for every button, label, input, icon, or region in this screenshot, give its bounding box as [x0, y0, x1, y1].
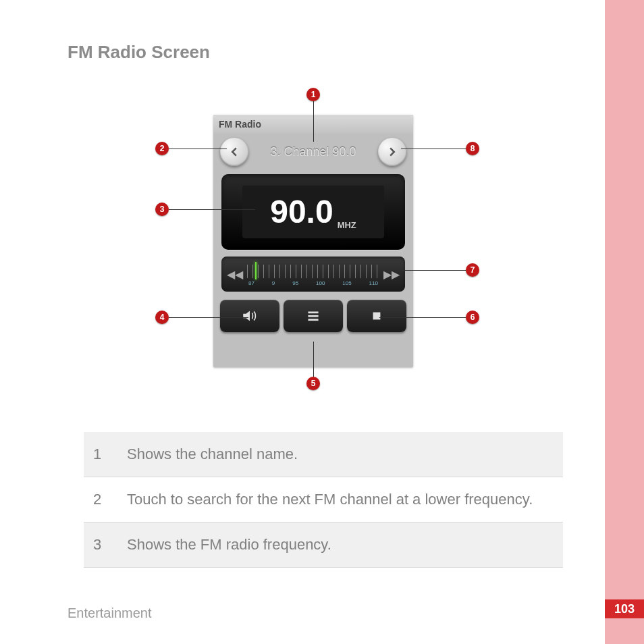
seek-forward-icon[interactable]: ▶▶: [383, 268, 400, 281]
tick-label: 100: [316, 280, 325, 286]
diagram-area: FM Radio 3. Channel 90.0 90.0 MHZ ◀◀ 87: [68, 74, 567, 398]
callout-1: 1: [306, 88, 320, 101]
callout-5: 5: [306, 377, 320, 390]
desc-num: 2: [84, 477, 117, 522]
frequency-display: 90.0 MHZ: [242, 186, 384, 238]
frequency-value: 90.0: [270, 186, 333, 238]
tick-label: 9: [272, 280, 275, 286]
callout-4: 4: [155, 311, 169, 324]
channel-name: 3. Channel 90.0: [270, 145, 356, 159]
tick-labels: 87 9 95 100 105 110: [247, 280, 379, 286]
callout-7: 7: [466, 263, 479, 277]
tick-label: 110: [369, 280, 378, 286]
button-row: [220, 300, 406, 332]
callout-7-leader: [401, 270, 466, 271]
table-row: 1 Shows the channel name.: [84, 432, 563, 477]
tick-label: 105: [342, 280, 351, 286]
callout-1-leader: [313, 101, 314, 142]
table-row: 3 Shows the FM radio frequency.: [84, 522, 563, 568]
page-number: 103: [605, 599, 644, 618]
volume-button[interactable]: [220, 300, 279, 332]
desc-text: Shows the FM radio frequency.: [117, 522, 563, 568]
fm-radio-phone-mock: FM Radio 3. Channel 90.0 90.0 MHZ ◀◀ 87: [213, 115, 413, 367]
callout-3: 3: [155, 203, 169, 216]
desc-text: Touch to search for the next FM channel …: [117, 477, 563, 522]
callout-5-leader: [313, 342, 314, 377]
callout-8: 8: [466, 142, 479, 155]
footer-section-label: Entertainment: [68, 606, 152, 621]
callout-4-leader: [169, 317, 248, 318]
stop-button[interactable]: [347, 300, 406, 332]
desc-text: Shows the channel name.: [117, 432, 563, 477]
menu-icon: [304, 307, 322, 325]
tuning-strip[interactable]: ◀◀ 87 9 95 100 105 110 ▶▶: [221, 257, 405, 292]
desc-num: 1: [84, 432, 117, 477]
tick-label: 95: [292, 280, 298, 286]
table-row: 2 Touch to search for the next FM channe…: [84, 477, 563, 522]
side-tab: [605, 0, 644, 644]
tuning-scale[interactable]: 87 9 95 100 105 110: [247, 262, 379, 286]
callout-3-leader: [169, 209, 255, 210]
tick-label: 87: [248, 280, 254, 286]
tuning-needle: [255, 262, 257, 279]
svg-rect-3: [373, 313, 381, 320]
callout-2: 2: [155, 142, 169, 155]
stop-icon: [368, 307, 385, 325]
chevron-right-icon: [387, 147, 397, 157]
next-channel-button[interactable]: [378, 138, 406, 166]
svg-rect-2: [308, 319, 318, 321]
svg-rect-1: [308, 315, 318, 317]
prev-channel-button[interactable]: [220, 138, 248, 166]
chevron-left-icon: [230, 147, 239, 157]
menu-button[interactable]: [284, 300, 343, 332]
callout-2-leader: [169, 149, 227, 149]
frequency-unit: MHZ: [338, 220, 356, 230]
seek-back-icon[interactable]: ◀◀: [227, 268, 243, 281]
frequency-panel: 90.0 MHZ: [221, 174, 405, 250]
callout-8-leader: [401, 149, 466, 149]
volume-icon: [241, 307, 259, 325]
page-title: FM Radio Screen: [68, 42, 210, 63]
callout-6-leader: [379, 317, 466, 318]
callout-6: 6: [466, 311, 479, 324]
description-table: 1 Shows the channel name. 2 Touch to sea…: [84, 432, 563, 568]
svg-rect-0: [308, 312, 318, 314]
desc-num: 3: [84, 522, 117, 568]
